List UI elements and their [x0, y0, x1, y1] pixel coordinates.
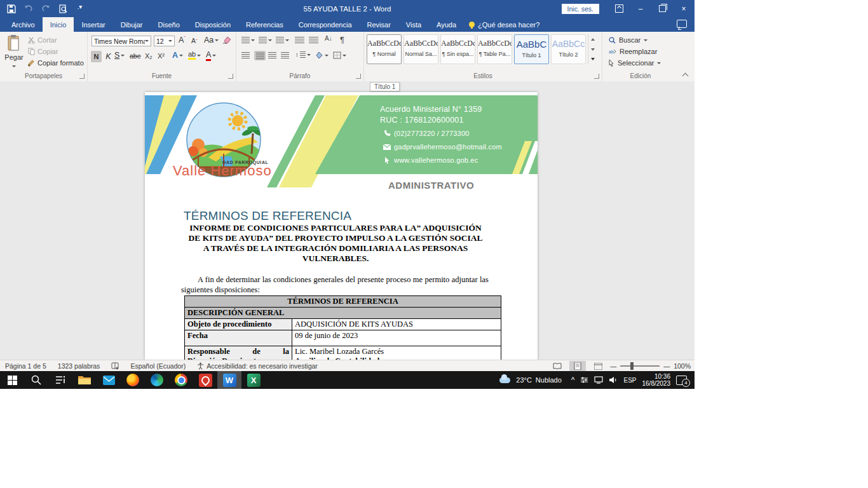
tab-ayuda[interactable]: Ayuda	[429, 17, 464, 32]
shading-button[interactable]	[315, 51, 329, 59]
shrink-font-button[interactable]: Aˇ	[191, 37, 198, 44]
clock[interactable]: 10:36 16/8/2023	[642, 373, 671, 387]
zoom-slider[interactable]	[620, 365, 660, 367]
justify-button[interactable]	[281, 52, 289, 58]
font-size-combo[interactable]: 12	[154, 36, 175, 46]
strikethrough-button[interactable]: abe	[130, 52, 141, 60]
comments-icon[interactable]	[677, 20, 687, 28]
file-explorer-button[interactable]	[72, 371, 97, 389]
text-effects-button[interactable]: A	[172, 51, 183, 60]
sign-in-button[interactable]: Inic. ses.	[562, 4, 599, 14]
document-page[interactable]: Acuerdo Ministerial N° 1359 RUC : 176812…	[145, 92, 538, 360]
acrobat-button[interactable]	[193, 371, 217, 389]
pilcrow-button[interactable]: ¶	[340, 35, 344, 44]
web-layout-button[interactable]	[590, 361, 606, 371]
styles-scroll-up[interactable]	[588, 34, 597, 44]
font-name-combo[interactable]: Times New Roma	[92, 36, 151, 46]
excel-taskbar-button[interactable]: X	[241, 371, 266, 389]
zoom-in-button[interactable]: —	[663, 363, 670, 370]
start-button[interactable]	[0, 371, 24, 389]
format-painter-button[interactable]: Copiar formato	[28, 59, 84, 67]
cut-button[interactable]: Cortar	[28, 36, 57, 44]
accessibility-status[interactable]: Accesibilidad: es necesario investigar	[197, 362, 318, 370]
collapse-ribbon-button[interactable]	[683, 72, 688, 78]
search-button[interactable]	[24, 371, 48, 389]
zoom-slider-thumb[interactable]	[630, 362, 634, 370]
style-normal-sa[interactable]: AaBbCcDc Normal Sa...	[403, 34, 438, 64]
numbering-button[interactable]	[259, 37, 272, 43]
subscript-button[interactable]: X₂	[145, 52, 153, 60]
zoom-percent[interactable]: 100%	[674, 362, 691, 370]
proofing-icon[interactable]	[111, 362, 119, 370]
restore-button[interactable]	[651, 0, 673, 17]
styles-dialog-launcher[interactable]	[594, 74, 599, 79]
minimize-button[interactable]: –	[630, 0, 651, 17]
highlight-button[interactable]: ab	[188, 51, 201, 60]
notification-center-button[interactable]: 4	[676, 376, 687, 385]
tab-dibujar[interactable]: Dibujar	[113, 17, 151, 32]
tray-expand-chevron[interactable]: ^	[571, 376, 575, 384]
bold-button[interactable]: N	[91, 51, 102, 62]
line-spacing-button[interactable]: ↕	[295, 51, 311, 58]
underline-button[interactable]: S	[114, 51, 125, 60]
tab-vista[interactable]: Vista	[398, 17, 429, 32]
grow-font-button[interactable]: Aˆ	[179, 36, 186, 44]
weather-icon[interactable]	[499, 377, 510, 383]
styles-gallery-more[interactable]	[588, 54, 597, 64]
sort-button[interactable]: A↓	[325, 35, 332, 42]
tab-inicio[interactable]: Inicio	[43, 17, 74, 32]
select-button[interactable]: Seleccionar	[609, 59, 661, 67]
tab-diseno[interactable]: Diseño	[151, 17, 187, 32]
replace-button[interactable]: ab Reemplazar	[609, 48, 657, 55]
weather-desc[interactable]: Nublado	[536, 376, 562, 384]
mail-button[interactable]	[97, 371, 121, 389]
firefox-button[interactable]	[121, 371, 145, 389]
page-indicator[interactable]: Página 1 de 5	[5, 362, 46, 370]
close-button[interactable]: ×	[673, 0, 695, 17]
tab-correspondencia[interactable]: Correspondencia	[291, 17, 360, 32]
style-table-pa[interactable]: AaBbCcDc ¶ Table Pa...	[477, 34, 512, 64]
network-icon[interactable]	[594, 376, 603, 384]
copy-button[interactable]: Copiar	[28, 48, 58, 55]
style-sin-espaciado[interactable]: AaBbCcDc ¶ Sin espa...	[440, 34, 475, 64]
paste-button[interactable]: Pegar	[3, 35, 25, 69]
decrease-indent-button[interactable]	[295, 37, 304, 43]
language-indicator[interactable]: Español (Ecuador)	[130, 362, 186, 370]
align-center-button[interactable]	[254, 51, 266, 60]
increase-indent-button[interactable]	[309, 37, 318, 43]
tab-referencias[interactable]: Referencias	[238, 17, 291, 32]
tab-revisar[interactable]: Revisar	[360, 17, 398, 32]
change-case-button[interactable]: Aa	[204, 36, 219, 44]
word-taskbar-button[interactable]: W	[217, 371, 241, 389]
read-mode-button[interactable]	[549, 361, 566, 371]
tab-archivo[interactable]: Archivo	[4, 17, 43, 32]
find-button[interactable]: Buscar	[609, 36, 648, 44]
superscript-button[interactable]: X²	[158, 52, 165, 60]
multilevel-list-button[interactable]	[276, 37, 289, 43]
print-layout-button[interactable]	[569, 361, 586, 371]
bullets-button[interactable]	[241, 37, 255, 43]
align-left-button[interactable]	[241, 52, 250, 58]
borders-button[interactable]	[333, 51, 346, 59]
task-view-button[interactable]	[48, 371, 72, 389]
font-dialog-launcher[interactable]	[228, 74, 233, 79]
volume-icon[interactable]	[609, 376, 618, 384]
chrome-button[interactable]	[169, 371, 193, 389]
tab-disposicion[interactable]: Disposición	[187, 17, 238, 32]
align-right-button[interactable]	[268, 52, 276, 58]
weather-temp[interactable]: 23°C	[516, 376, 532, 384]
style-titulo-2[interactable]: AaBbCc Título 2	[551, 34, 586, 64]
word-count[interactable]: 1323 palabras	[58, 362, 100, 370]
font-color-button[interactable]: A	[206, 51, 216, 61]
ribbon-display-options-button[interactable]	[608, 0, 630, 17]
tab-insertar[interactable]: Insertar	[74, 17, 112, 32]
battery-settings-icon[interactable]	[580, 376, 588, 384]
paragraph-dialog-launcher[interactable]	[356, 74, 361, 79]
tell-me-box[interactable]: ¿Qué desea hacer?	[464, 17, 545, 32]
zoom-out-button[interactable]: —	[610, 363, 616, 370]
styles-scroll-down[interactable]	[588, 44, 597, 55]
edge-button[interactable]	[145, 371, 169, 389]
language-tray[interactable]: ESP	[623, 377, 636, 384]
style-normal[interactable]: AaBbCcDc ¶ Normal	[367, 34, 402, 64]
style-titulo-1[interactable]: AaBbC Título 1	[514, 34, 549, 64]
